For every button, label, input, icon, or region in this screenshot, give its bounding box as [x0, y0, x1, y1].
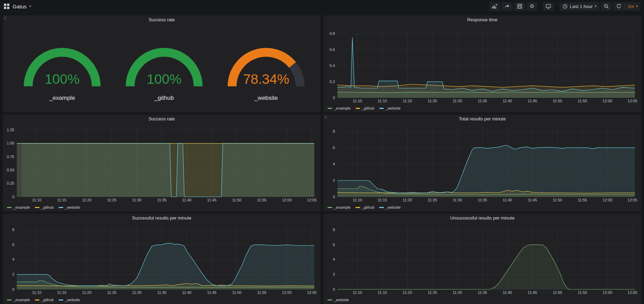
legend-item-example[interactable]: _example	[7, 298, 30, 302]
gauge-website: 78.34% _website	[215, 35, 317, 102]
legend-item-github[interactable]: _github	[356, 106, 374, 110]
save-icon	[517, 3, 522, 9]
legend-item-github[interactable]: _github	[35, 205, 54, 209]
legend-item-website[interactable]: _website	[59, 298, 80, 302]
svg-text:11:35: 11:35	[478, 99, 487, 103]
legend: _example_github_website	[328, 105, 401, 111]
gauge-canvas: 100%	[11, 35, 113, 93]
refresh-interval-label: 1m	[628, 4, 634, 9]
response-time-chart[interactable]: 11:1011:1511:2011:2511:3011:3511:4011:45…	[325, 24, 639, 104]
svg-text:11:20: 11:20	[403, 290, 412, 295]
unsuccessful-results-chart[interactable]: 11:1011:1511:2011:2511:3011:3511:4011:45…	[325, 223, 639, 296]
navbar-right: ⚙ Last 1 hour ▾	[489, 2, 641, 11]
svg-text:78.34%: 78.34%	[243, 72, 289, 87]
time-range-label: Last 1 hour	[570, 4, 593, 9]
chart-canvas[interactable]: 11:1011:1511:2011:2511:3011:3511:4011:45…	[325, 124, 639, 203]
svg-text:11:40: 11:40	[182, 290, 191, 295]
svg-text:11:15: 11:15	[378, 198, 387, 202]
share-icon	[504, 3, 510, 9]
svg-text:8: 8	[333, 228, 335, 232]
successful-results-chart[interactable]: 11:1011:1511:2011:2511:3011:3511:4011:45…	[5, 223, 319, 296]
legend-label: _website	[65, 298, 80, 302]
legend-swatch-icon	[379, 108, 384, 109]
total-results-chart[interactable]: 11:1011:1511:2011:2511:3011:3511:4011:45…	[325, 124, 639, 203]
svg-text:11:20: 11:20	[403, 99, 412, 103]
legend: _website	[328, 297, 349, 303]
panel-title[interactable]: Total results per minute	[323, 114, 641, 124]
legend-item-example[interactable]: _example	[328, 205, 351, 209]
svg-text:11:35: 11:35	[157, 290, 167, 295]
zoom-out-button[interactable]	[601, 2, 612, 11]
gear-icon: ⚙	[529, 4, 534, 9]
refresh-button[interactable]: 1m ▾	[613, 2, 641, 11]
panel-unsuccessful-results: Unsuccessful results per minute 11:1011:…	[323, 214, 641, 304]
svg-text:0.8: 0.8	[330, 31, 335, 36]
svg-text:11:25: 11:25	[428, 99, 437, 103]
chart-canvas[interactable]: 11:1011:1511:2011:2511:3011:3511:4011:45…	[325, 24, 639, 104]
legend-item-github[interactable]: _github	[35, 298, 54, 302]
svg-text:100%: 100%	[147, 72, 182, 87]
gauge-example: 100% _example	[11, 35, 113, 102]
legend-item-website[interactable]: _website	[379, 106, 401, 110]
legend-item-example[interactable]: _example	[7, 205, 30, 209]
svg-text:4: 4	[12, 257, 14, 261]
save-button[interactable]	[514, 2, 525, 11]
legend-swatch-icon	[356, 108, 360, 109]
settings-button[interactable]: ⚙	[527, 2, 537, 11]
svg-text:6: 6	[333, 243, 335, 247]
svg-text:11:45: 11:45	[528, 198, 537, 202]
legend-label: _github	[41, 298, 54, 302]
legend-swatch-icon	[35, 299, 39, 301]
legend-item-website[interactable]: _website	[379, 205, 401, 209]
legend-swatch-icon	[328, 207, 332, 208]
dashboard-title[interactable]: Gatus	[13, 3, 27, 9]
legend-item-website[interactable]: _website	[59, 205, 80, 209]
panel-title[interactable]: Response time	[323, 15, 641, 24]
time-picker-button[interactable]: Last 1 hour ▾	[559, 2, 599, 11]
svg-text:11:10: 11:10	[32, 198, 42, 202]
share-button[interactable]	[502, 2, 513, 11]
clock-icon	[562, 3, 568, 9]
tv-mode-button[interactable]	[543, 2, 554, 11]
panel-response-time: Response time 11:1011:1511:2011:2511:301…	[323, 15, 641, 112]
legend-swatch-icon	[328, 299, 332, 301]
panel-title[interactable]: Success rate	[3, 114, 321, 124]
svg-text:11:45: 11:45	[207, 198, 217, 202]
svg-text:11:20: 11:20	[82, 290, 92, 295]
legend-label: _example	[13, 298, 30, 302]
legend-item-website[interactable]: _website	[328, 298, 349, 302]
add-panel-button[interactable]	[489, 2, 500, 11]
svg-text:11:15: 11:15	[378, 99, 387, 103]
svg-text:11:55: 11:55	[578, 290, 587, 295]
svg-text:11:40: 11:40	[503, 198, 512, 202]
svg-text:1.00: 1.00	[7, 141, 14, 145]
navbar-left: Gatus ▾	[3, 3, 31, 9]
legend-label: _website	[334, 298, 349, 302]
svg-text:2: 2	[12, 272, 14, 276]
success-rate-chart[interactable]: 11:1011:1511:2011:2511:3011:3511:4011:45…	[5, 124, 319, 203]
panel-title[interactable]: Unsuccessful results per minute	[323, 214, 641, 223]
dashboard-grid-icon[interactable]	[3, 3, 10, 9]
legend-item-github[interactable]: _github	[356, 205, 374, 209]
svg-text:0.2: 0.2	[330, 80, 335, 84]
legend-swatch-icon	[356, 207, 360, 208]
time-picker-caret-icon: ▾	[595, 5, 597, 8]
legend-item-example[interactable]: _example	[328, 106, 351, 110]
svg-text:11:55: 11:55	[578, 99, 587, 103]
chart-canvas[interactable]: 11:1011:1511:2011:2511:3011:3511:4011:45…	[5, 223, 319, 296]
panel-title[interactable]: Success rate	[3, 15, 321, 24]
svg-text:11:55: 11:55	[578, 198, 587, 202]
panel-total-results: i Total results per minute 11:1011:1511:…	[323, 114, 641, 212]
legend-swatch-icon	[7, 207, 12, 208]
panel-info-icon[interactable]: i	[325, 115, 330, 120]
panel-title[interactable]: Successful results per minute	[3, 214, 321, 223]
panel-info-icon[interactable]: i	[4, 16, 9, 21]
legend-label: _website	[65, 205, 80, 209]
monitor-icon	[546, 3, 551, 9]
legend-swatch-icon	[379, 207, 384, 208]
svg-text:11:35: 11:35	[478, 290, 487, 295]
svg-text:0.6: 0.6	[330, 47, 335, 52]
chart-canvas[interactable]: 11:1011:1511:2011:2511:3011:3511:4011:45…	[5, 124, 319, 203]
chart-canvas[interactable]: 11:1011:1511:2011:2511:3011:3511:4011:45…	[325, 223, 639, 296]
legend-label: _example	[334, 106, 351, 110]
